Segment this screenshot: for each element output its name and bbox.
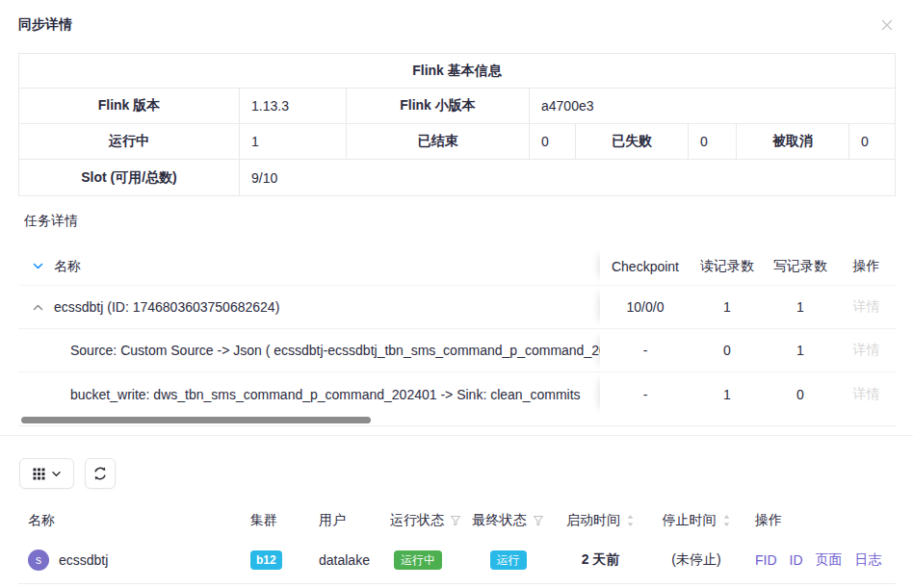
sorter-icon[interactable] <box>722 514 731 527</box>
col-header-start-time: 启动时间 <box>554 512 647 529</box>
sorter-icon[interactable] <box>626 514 635 527</box>
task-name: bucket_write: dws_tbn_sms_command_p_comm… <box>70 387 581 402</box>
grid-icon <box>33 468 45 480</box>
col-header-action: 操作 <box>745 512 896 529</box>
flink-version-label: Flink 版本 <box>19 89 240 124</box>
running-label: 运行中 <box>19 124 240 160</box>
modal-title: 同步详情 <box>18 16 72 34</box>
task-checkpoint: - <box>600 343 691 358</box>
task-checkpoint: - <box>600 387 691 402</box>
task-write-count: 0 <box>764 387 837 402</box>
task-detail-link[interactable]: 详情 <box>853 342 880 357</box>
toolbar <box>19 458 913 489</box>
task-table-header: 名称 Checkpoint 读记录数 写记录数 操作 <box>18 247 896 286</box>
refresh-icon <box>92 466 108 481</box>
col-header-cluster: 集群 <box>243 512 311 529</box>
stop-time: (未停止) <box>647 551 745 569</box>
cancelled-value: 0 <box>849 124 895 160</box>
cancelled-label: 被取消 <box>737 124 849 160</box>
column-settings-button[interactable] <box>19 458 74 489</box>
task-detail-link[interactable]: 详情 <box>853 298 880 314</box>
task-detail-link[interactable]: 详情 <box>853 386 880 401</box>
page-link[interactable]: 页面 <box>816 551 843 569</box>
chevron-down-icon <box>51 469 62 479</box>
col-header-name: 名称 <box>54 258 81 275</box>
section-divider <box>0 435 913 436</box>
running-value: 1 <box>240 124 347 160</box>
refresh-button[interactable] <box>85 458 116 489</box>
col-header-run-status: 运行状态 <box>380 512 462 529</box>
avatar: s <box>28 550 49 571</box>
col-header-action: 操作 <box>837 258 896 275</box>
chevron-up-icon[interactable] <box>32 301 44 314</box>
flink-version-value: 1.13.3 <box>240 89 347 124</box>
cluster-badge: b12 <box>250 550 282 570</box>
task-read-count: 1 <box>691 387 764 402</box>
task-name: Source: Custom Source -> Json ( ecssdbtj… <box>70 343 600 358</box>
slot-label: Slot (可用/总数) <box>19 160 240 195</box>
finished-value: 0 <box>530 124 576 160</box>
table-row: ecssdbtj (ID: 1746803603750682624) 10/0/… <box>18 286 896 329</box>
filter-icon[interactable] <box>450 515 461 526</box>
col-header-name: 名称 <box>18 512 243 529</box>
table-row: Source: Custom Source -> Json ( ecssdbtj… <box>18 329 896 372</box>
col-header-checkpoint: Checkpoint <box>600 259 691 274</box>
col-header-write: 写记录数 <box>764 258 837 275</box>
close-icon[interactable] <box>878 16 896 34</box>
start-time: 2 天前 <box>554 551 647 569</box>
filter-icon[interactable] <box>533 515 544 526</box>
failed-value: 0 <box>689 124 737 160</box>
task-detail-table: 名称 Checkpoint 读记录数 写记录数 操作 ecssdbtj (ID:… <box>18 247 896 426</box>
final-status-badge: 运行 <box>490 550 527 570</box>
slot-value: 9/10 <box>240 160 895 195</box>
job-name: ecssdbtj <box>59 552 108 568</box>
task-write-count: 1 <box>764 299 837 315</box>
flink-minor-label: Flink 小版本 <box>347 89 530 124</box>
flink-minor-value: a4700e3 <box>530 89 895 124</box>
modal-header: 同步详情 <box>0 0 913 34</box>
task-read-count: 0 <box>691 343 764 358</box>
fid-link[interactable]: FID <box>755 552 777 568</box>
chevron-down-icon[interactable] <box>32 260 44 272</box>
log-link[interactable]: 日志 <box>855 551 882 569</box>
failed-label: 已失败 <box>576 124 689 160</box>
flink-info-table: Flink 基本信息 Flink 版本 1.13.3 Flink 小版本 a47… <box>18 53 896 196</box>
col-header-stop-time: 停止时间 <box>647 512 745 529</box>
task-write-count: 1 <box>764 343 837 358</box>
finished-label: 已结束 <box>347 124 530 160</box>
col-header-user: 用户 <box>311 512 380 529</box>
scrollbar-thumb[interactable] <box>21 417 371 423</box>
col-header-read: 读记录数 <box>691 258 764 275</box>
job-table-header: 名称 集群 用户 运行状态 最终状态 启动时间 停止时间 操作 <box>18 504 896 536</box>
job-user: datalake <box>311 552 380 568</box>
task-read-count: 1 <box>691 299 764 315</box>
run-status-badge: 运行中 <box>394 550 442 570</box>
flink-info-title: Flink 基本信息 <box>19 54 895 89</box>
horizontal-scrollbar[interactable] <box>18 416 896 425</box>
task-checkpoint: 10/0/0 <box>600 299 691 315</box>
task-detail-section-title: 任务详情 <box>24 213 913 232</box>
col-header-final-status: 最终状态 <box>462 512 554 529</box>
id-link[interactable]: ID <box>790 552 803 568</box>
table-row: bucket_write: dws_tbn_sms_command_p_comm… <box>18 372 896 416</box>
task-name: ecssdbtj (ID: 1746803603750682624) <box>54 299 279 315</box>
table-row: s ecssdbtj b12 datalake 运行中 运行 2 天前 (未停止… <box>18 536 896 584</box>
